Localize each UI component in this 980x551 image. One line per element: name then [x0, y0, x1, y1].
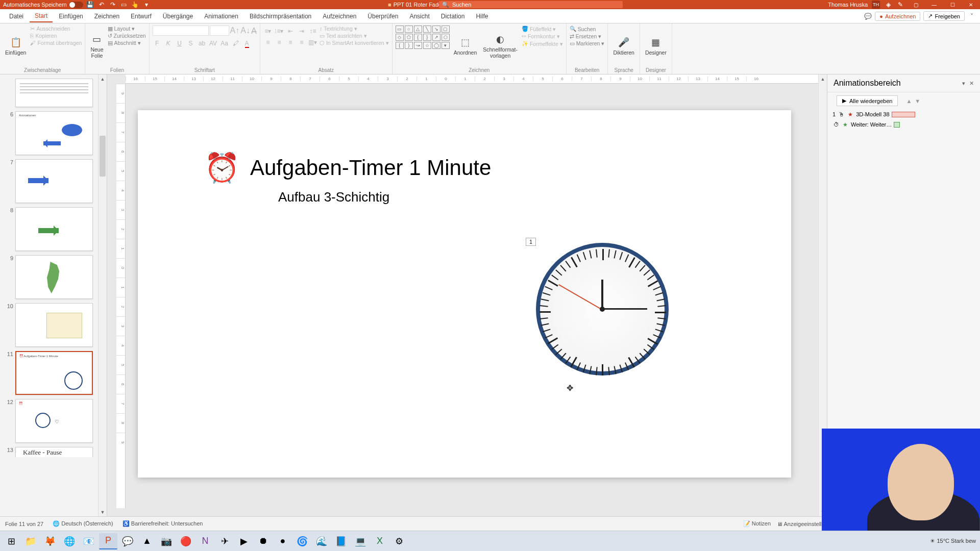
slide-canvas[interactable]: ⏰ Aufgaben-Timer 1 Minute Aufbau 3-Schic… [138, 110, 791, 478]
linespacing-button[interactable]: ↕≡ [308, 28, 317, 35]
pane-options-icon[interactable]: ▾ [962, 80, 965, 87]
app-icon[interactable]: 💻 [351, 533, 370, 549]
italic-button[interactable]: K [164, 40, 173, 47]
copy-button[interactable]: ⎘ Kopieren [30, 33, 82, 39]
clock-3d-model[interactable] [536, 243, 669, 375]
shapefill-button[interactable]: 🪣 Fülleffekt ▾ [522, 26, 563, 32]
indent-dec-button[interactable]: ⇤ [286, 28, 295, 35]
shadow-button[interactable]: ab [198, 40, 207, 47]
pen-icon[interactable]: ✎ [896, 1, 904, 9]
tab-animationen[interactable]: Animationen [199, 11, 243, 22]
animation-tag[interactable]: 1 [526, 238, 536, 246]
fontcolor-button[interactable]: A [242, 40, 252, 47]
new-slide-button[interactable]: ▭Neue Folie [88, 26, 105, 66]
slide-title[interactable]: ⏰ Aufgaben-Timer 1 Minute [204, 151, 491, 185]
tab-zeichnen[interactable]: Zeichnen [89, 11, 125, 22]
save-icon[interactable]: 💾 [86, 1, 94, 9]
replace-button[interactable]: ⇄ Ersetzen ▾ [570, 33, 605, 39]
accessibility-status[interactable]: ♿ Barrierefreiheit: Untersuchen [122, 520, 203, 527]
tab-entwurf[interactable]: Entwurf [126, 11, 157, 22]
arrange-button[interactable]: ⬚Anordnen [452, 26, 479, 66]
move-down-icon[interactable]: ▼ [915, 98, 920, 104]
tab-einfuegen[interactable]: Einfügen [54, 11, 88, 22]
share-button[interactable]: ↗Freigeben [923, 11, 965, 21]
textdir-button[interactable]: ↕ Textrichtung ▾ [320, 26, 389, 32]
thumbs-scrollbar[interactable]: ▲ ▼ [98, 74, 107, 516]
thumb-5[interactable] [15, 79, 93, 107]
grow-font-icon[interactable]: A↑ [230, 26, 240, 35]
textalign-button[interactable]: ▭ Text ausrichten ▾ [320, 33, 389, 39]
shapeeffects-button[interactable]: ✨ Formeffekte ▾ [522, 40, 563, 47]
align-justify-button[interactable]: ≡ [297, 39, 306, 46]
columns-button[interactable]: ▥▾ [308, 39, 317, 46]
bold-button[interactable]: F [153, 40, 162, 47]
find-button[interactable]: 🔍 Suchen [570, 26, 605, 32]
thumb-13[interactable]: Kaffee - Pause [15, 447, 93, 457]
reset-button[interactable]: ↺ Zurücksetzen [108, 33, 146, 39]
qat-more-icon[interactable]: ▾ [142, 1, 151, 9]
case-button[interactable]: Aa [220, 40, 229, 47]
shapeoutline-button[interactable]: ✏ Formkontur ▾ [522, 33, 563, 39]
search-box[interactable]: 🔍 Suchen [439, 1, 623, 8]
shapes-gallery[interactable]: ▭○△╲↘▢ ◇⬠{}↗⬡ ()↝☆◯▾ [396, 26, 450, 66]
diamond-icon[interactable]: ◈ [884, 1, 892, 9]
tab-uebergaenge[interactable]: Übergänge [158, 11, 198, 22]
paste-button[interactable]: 📋Einfügen [3, 26, 28, 66]
highlight-button[interactable]: 🖍 [231, 40, 240, 47]
thumb-9[interactable] [15, 255, 93, 299]
excel-icon[interactable]: X [371, 533, 389, 549]
minimize-button[interactable]: — [927, 0, 941, 9]
shrink-font-icon[interactable]: A↓ [240, 26, 250, 35]
anim-item-1[interactable]: 1 🖱 ★ 3D-Modell 38 [827, 109, 980, 119]
align-right-button[interactable]: ≡ [286, 39, 295, 46]
edge-icon[interactable]: 🌊 [312, 533, 331, 549]
app-icon[interactable]: 🔴 [177, 533, 195, 549]
thumb-7[interactable] [15, 159, 93, 203]
cut-button[interactable]: ✂ Ausschneiden [30, 26, 82, 32]
obs-icon[interactable]: ⏺ [254, 533, 273, 549]
tab-ansicht[interactable]: Ansicht [404, 11, 434, 22]
dictate-button[interactable]: 🎤Diktieren [611, 26, 636, 66]
app-icon[interactable]: 📷 [157, 533, 176, 549]
tab-dictation[interactable]: Dictation [436, 11, 470, 22]
user-name[interactable]: Thomas Hruska [828, 2, 868, 8]
start-button[interactable]: ⊞ [2, 533, 20, 549]
move-up-icon[interactable]: ▲ [906, 98, 912, 104]
align-left-button[interactable]: ≡ [263, 39, 273, 46]
play-all-button[interactable]: ▶ Alle wiedergeben [837, 95, 898, 106]
undo-icon[interactable]: ↶ [97, 1, 106, 9]
comments-icon[interactable]: 💬 [864, 12, 872, 20]
maximize-button[interactable]: ☐ [945, 0, 960, 9]
tab-start[interactable]: Start [30, 10, 53, 22]
thumb-6[interactable]: Animationen [15, 111, 93, 155]
ribbon-opts-icon[interactable]: ▢ [909, 0, 923, 9]
tab-aufzeichnen[interactable]: Aufzeichnen [317, 11, 361, 22]
scroll-up-icon[interactable]: ▲ [99, 74, 107, 83]
telegram-icon[interactable]: ✈ [215, 533, 234, 549]
align-center-button[interactable]: ≡ [275, 39, 284, 46]
anim-item-2[interactable]: ⏱ ★ Weiter: Weiter… [827, 119, 980, 130]
tab-ueberpruefen[interactable]: Überprüfen [362, 11, 403, 22]
touch-icon[interactable]: 👆 [131, 1, 139, 9]
tab-hilfe[interactable]: Hilfe [471, 11, 493, 22]
designer-button[interactable]: ▦Designer [643, 26, 669, 66]
weather-widget[interactable]: ☀ 15°C Stark bew [930, 538, 976, 544]
onenote-icon[interactable]: N [196, 533, 214, 549]
redo-icon[interactable]: ↷ [109, 1, 117, 9]
layout-button[interactable]: ▦ Layout ▾ [108, 26, 146, 32]
clear-format-icon[interactable]: A̶ [251, 26, 257, 36]
app-icon[interactable]: ⚙ [390, 533, 408, 549]
pane-close-icon[interactable]: ✕ [969, 80, 974, 87]
collapse-ribbon-icon[interactable]: ˅ [968, 12, 976, 20]
scroll-down-icon[interactable]: ▼ [99, 508, 107, 516]
app-icon[interactable]: 💬 [118, 533, 137, 549]
notes-button[interactable]: 📝 Notizen [743, 520, 771, 527]
app-icon[interactable]: ▶ [235, 533, 253, 549]
explorer-icon[interactable]: 📁 [21, 533, 40, 549]
slide-subtitle[interactable]: Aufbau 3-Schichtig [278, 189, 389, 205]
font-size-input[interactable] [210, 26, 229, 36]
select-button[interactable]: ▭ Markieren ▾ [570, 40, 605, 46]
smartart-button[interactable]: ⬡ In SmartArt konvertieren ▾ [320, 40, 389, 46]
thumb-10[interactable] [15, 303, 93, 347]
firefox-icon[interactable]: 🦊 [41, 533, 59, 549]
